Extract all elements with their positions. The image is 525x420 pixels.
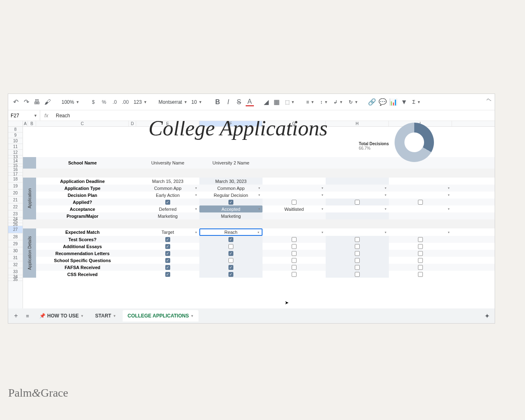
data-cell[interactable]: [389, 205, 452, 212]
checkbox[interactable]: ✓: [165, 251, 170, 256]
data-cell[interactable]: ✓: [136, 257, 199, 264]
collapse-toolbar-icon[interactable]: ヘ: [486, 96, 491, 103]
currency-button[interactable]: $: [89, 98, 98, 106]
checkbox[interactable]: [292, 200, 297, 205]
col-university-4[interactable]: [326, 157, 389, 169]
data-cell[interactable]: [326, 192, 389, 199]
data-cell[interactable]: ✓: [136, 264, 199, 271]
data-cell[interactable]: [326, 185, 389, 192]
data-cell[interactable]: [389, 264, 452, 271]
wrap-button[interactable]: ↲▼: [332, 99, 345, 105]
checkbox[interactable]: ✓: [228, 272, 233, 277]
data-cell[interactable]: [262, 243, 326, 250]
data-cell[interactable]: [326, 243, 389, 250]
data-cell[interactable]: ✓: [199, 236, 262, 243]
data-cell[interactable]: [326, 178, 389, 185]
col-university-5[interactable]: [389, 157, 452, 169]
data-cell[interactable]: [389, 212, 452, 219]
row-header-35[interactable]: 35: [8, 278, 23, 281]
row-header-21[interactable]: 21: [8, 196, 23, 203]
checkbox[interactable]: [292, 258, 297, 263]
checkbox[interactable]: [355, 237, 360, 242]
data-cell[interactable]: [326, 250, 389, 257]
row-header-13[interactable]: 13: [8, 155, 23, 158]
sheet-tab[interactable]: 📌HOW TO USE▼: [34, 310, 89, 322]
checkbox[interactable]: [292, 272, 297, 277]
data-cell[interactable]: [262, 212, 326, 219]
italic-button[interactable]: I: [224, 98, 233, 106]
data-cell[interactable]: ✓: [136, 236, 199, 243]
checkbox[interactable]: [292, 237, 297, 242]
col-university-1[interactable]: University Name: [136, 157, 199, 169]
data-cell[interactable]: Accepted: [199, 205, 262, 212]
fill-color-button[interactable]: ◢: [262, 98, 270, 106]
v-align-button[interactable]: ↕▼: [318, 99, 329, 105]
strikethrough-button[interactable]: S: [235, 98, 243, 106]
data-cell[interactable]: [262, 257, 326, 264]
row-header-10[interactable]: 10: [8, 138, 23, 144]
data-cell[interactable]: Waitlisted: [262, 205, 326, 212]
checkbox[interactable]: [228, 258, 233, 263]
checkbox[interactable]: ✓: [165, 272, 170, 277]
checkbox[interactable]: ✓: [165, 237, 170, 242]
data-cell[interactable]: [326, 205, 389, 212]
checkbox[interactable]: [292, 265, 297, 270]
data-cell[interactable]: [326, 236, 389, 243]
bold-button[interactable]: B: [214, 98, 222, 106]
filter-icon[interactable]: ▼: [400, 98, 408, 106]
add-sheet-button[interactable]: +: [11, 311, 21, 320]
data-cell[interactable]: ✓: [136, 271, 199, 278]
h-align-button[interactable]: ≡▼: [305, 99, 316, 105]
col-header-d[interactable]: D: [129, 121, 136, 126]
data-cell[interactable]: [199, 243, 262, 250]
borders-button[interactable]: ▦: [273, 98, 281, 106]
checkbox[interactable]: [418, 272, 423, 277]
checkbox[interactable]: [418, 251, 423, 256]
redo-icon[interactable]: ↷: [22, 98, 30, 106]
all-sheets-button[interactable]: ≡: [23, 311, 32, 320]
data-cell[interactable]: ✓: [199, 264, 262, 271]
checkbox[interactable]: [355, 251, 360, 256]
data-cell[interactable]: ✓: [199, 250, 262, 257]
row-header-29[interactable]: 29: [8, 240, 23, 247]
rotate-button[interactable]: ↻▼: [347, 99, 360, 105]
data-cell[interactable]: [389, 178, 452, 185]
data-cell[interactable]: Early Action: [136, 192, 199, 199]
col-university-3[interactable]: [262, 157, 326, 169]
percent-button[interactable]: %: [100, 98, 108, 106]
data-cell[interactable]: [389, 192, 452, 199]
data-cell[interactable]: March 30, 2023: [199, 178, 262, 185]
explore-button[interactable]: ✦: [482, 311, 491, 320]
col-header-b[interactable]: B: [28, 121, 36, 126]
data-cell[interactable]: Marketing: [199, 212, 262, 219]
checkbox[interactable]: ✓: [228, 237, 233, 242]
data-cell[interactable]: [389, 243, 452, 250]
data-cell[interactable]: [262, 264, 326, 271]
data-cell[interactable]: [262, 192, 326, 199]
data-cell[interactable]: [262, 199, 326, 205]
data-cell[interactable]: Common App: [199, 185, 262, 192]
data-cell[interactable]: [326, 228, 389, 236]
chart-icon[interactable]: 📊: [389, 98, 397, 106]
row-header-26[interactable]: 26: [8, 223, 23, 226]
col-header-h[interactable]: H: [326, 121, 389, 126]
row-header-17[interactable]: 17: [8, 173, 23, 176]
col-header-a[interactable]: A: [23, 121, 28, 126]
data-cell[interactable]: [326, 212, 389, 219]
print-icon[interactable]: 🖶: [33, 98, 41, 106]
row-header-30[interactable]: 30: [8, 247, 23, 254]
data-cell[interactable]: [389, 257, 452, 264]
data-cell[interactable]: Marketing: [136, 212, 199, 219]
checkbox[interactable]: [418, 237, 423, 242]
undo-icon[interactable]: ↶: [11, 98, 20, 106]
data-cell[interactable]: Deferred: [136, 205, 199, 212]
data-cell[interactable]: [389, 185, 452, 192]
data-cell[interactable]: ✓: [136, 250, 199, 257]
checkbox[interactable]: [418, 244, 423, 249]
checkbox[interactable]: ✓: [228, 200, 233, 205]
checkbox[interactable]: [292, 244, 297, 249]
data-cell[interactable]: Target: [136, 228, 199, 236]
checkbox[interactable]: ✓: [165, 258, 170, 263]
data-cell[interactable]: [326, 264, 389, 271]
data-cell[interactable]: Common App: [136, 185, 199, 192]
